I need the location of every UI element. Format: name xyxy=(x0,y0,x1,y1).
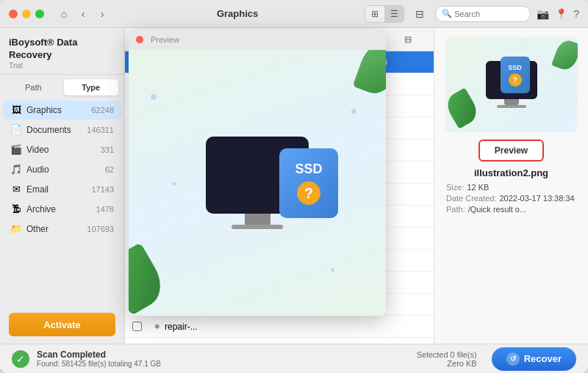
camera-button[interactable]: 📷 xyxy=(537,8,549,20)
window-title: Graphics xyxy=(116,8,359,19)
sidebar-item-other[interactable]: 📁 Other 107693 xyxy=(3,220,121,239)
search-icon: 🔍 xyxy=(442,9,452,18)
big-ssd-icon: SSD ? xyxy=(279,148,338,218)
statusbar: ✓ Scan Completed Found: 581425 file(s) t… xyxy=(0,344,588,373)
close-button[interactable] xyxy=(9,10,18,18)
big-monitor-base xyxy=(232,225,283,229)
email-icon: ✉ xyxy=(10,184,22,195)
date-value: 2022-03-17 13:38:34 xyxy=(499,194,574,203)
sidebar-item-graphics[interactable]: 🖼 Graphics 62248 xyxy=(3,101,121,120)
meta-date-row: Date Created: 2022-03-17 13:38:34 xyxy=(446,194,576,203)
trial-badge: Trial xyxy=(9,62,115,70)
sidebar-label-audio: Audio xyxy=(26,164,101,175)
main-window: ⌂ ‹ › Graphics ⊞ ☰ ⊟ 🔍 📷 📍 ? iBoysoft® D… xyxy=(0,0,588,373)
sidebar-tab-row: Path Type xyxy=(0,75,124,100)
overlay-content: SSD ? xyxy=(129,50,386,316)
sidebar-item-archive[interactable]: 🗜 Archive 1478 xyxy=(3,200,121,219)
sidebar-label-video: Video xyxy=(26,145,96,155)
ssd-icon: SSD ? xyxy=(501,57,530,93)
grid-view-button[interactable]: ⊞ xyxy=(365,6,384,22)
big-leaf-right xyxy=(353,50,386,98)
recover-label: Recover xyxy=(524,353,562,364)
row-checkbox[interactable] xyxy=(132,322,150,331)
header-actions: ⊟ xyxy=(404,35,426,45)
monitor-base xyxy=(497,105,526,108)
documents-icon: 📄 xyxy=(10,124,22,136)
recover-icon: ↺ xyxy=(506,352,520,366)
file-name: repair-... xyxy=(165,322,254,332)
column-settings-icon[interactable]: ⊟ xyxy=(404,35,412,45)
overlay-close-button[interactable] xyxy=(136,36,143,43)
search-input[interactable] xyxy=(454,10,524,18)
sidebar-count-email: 17143 xyxy=(91,185,114,194)
location-button[interactable]: 📍 xyxy=(555,8,567,20)
sidebar-count-video: 331 xyxy=(101,145,114,154)
sidebar-label-archive: Archive xyxy=(26,204,92,214)
selected-files-size: Zero KB xyxy=(417,359,477,368)
video-icon: 🎬 xyxy=(10,144,22,156)
dot-decoration xyxy=(331,268,334,272)
help-button[interactable]: ? xyxy=(573,8,579,20)
leaf-decoration-right xyxy=(551,37,578,73)
path-label: Path: xyxy=(446,205,465,214)
ssd-label: SSD xyxy=(508,64,522,71)
preview-filename: illustration2.png xyxy=(474,167,548,178)
preview-button[interactable]: Preview xyxy=(481,142,541,159)
tab-type[interactable]: Type xyxy=(64,79,119,95)
titlebar: ⌂ ‹ › Graphics ⊞ ☰ ⊟ 🔍 📷 📍 ? xyxy=(0,0,588,28)
table-row[interactable]: ✱ repair-... xyxy=(125,316,434,338)
scan-complete-icon: ✓ xyxy=(12,350,29,368)
sidebar-header: iBoysoft® Data Recovery Trial xyxy=(0,28,124,75)
preview-metadata: Size: 12 KB Date Created: 2022-03-17 13:… xyxy=(443,183,579,216)
minimize-button[interactable] xyxy=(22,10,31,18)
graphics-icon: 🖼 xyxy=(10,104,22,116)
list-view-button[interactable]: ☰ xyxy=(384,6,404,22)
overlay-titlebar: Preview xyxy=(129,29,386,50)
sidebar-label-email: Email xyxy=(26,184,87,195)
date-label: Date Created: xyxy=(446,194,496,203)
back-button[interactable]: ‹ xyxy=(75,6,91,22)
big-question-icon: ? xyxy=(297,181,320,205)
sidebar: iBoysoft® Data Recovery Trial Path Type … xyxy=(0,28,125,344)
preview-overlay-popup: Preview SSD ? xyxy=(129,29,386,316)
scan-text-area: Scan Completed Found: 581425 file(s) tot… xyxy=(37,350,409,368)
sidebar-item-audio[interactable]: 🎵 Audio 62 xyxy=(3,160,121,179)
nav-buttons: ⌂ ‹ › xyxy=(56,6,110,22)
app-name: iBoysoft® Data Recovery xyxy=(9,37,115,62)
sidebar-item-documents[interactable]: 📄 Documents 146311 xyxy=(3,120,121,140)
fullscreen-button[interactable] xyxy=(35,10,44,18)
sidebar-item-video[interactable]: 🎬 Video 331 xyxy=(3,140,121,159)
sidebar-count-graphics: 62248 xyxy=(91,106,114,115)
sidebar-label-other: Other xyxy=(26,224,82,234)
size-label: Size: xyxy=(446,183,464,192)
preview-panel: SSD ? Preview illustration2.png Size: 12… xyxy=(434,28,588,344)
monitor-stand xyxy=(504,99,519,105)
tab-path[interactable]: Path xyxy=(6,79,61,95)
activate-button[interactable]: Activate xyxy=(9,313,115,336)
sidebar-item-email[interactable]: ✉ Email 17143 xyxy=(3,180,121,199)
big-monitor-stand xyxy=(245,214,270,225)
sidebar-item-list: 🖼 Graphics 62248 📄 Documents 146311 🎬 Vi… xyxy=(0,100,124,305)
meta-path-row: Path: /Quick result o... xyxy=(446,205,576,214)
big-ssd-label: SSD xyxy=(295,162,322,177)
big-leaf-left xyxy=(129,242,170,315)
sidebar-count-other: 107693 xyxy=(87,225,114,233)
selected-info: Selected 0 file(s) Zero KB xyxy=(417,350,477,368)
home-button[interactable]: ⌂ xyxy=(56,6,72,22)
filter-button[interactable]: ⊟ xyxy=(410,6,429,22)
dot-decoration xyxy=(173,182,176,186)
audio-icon: 🎵 xyxy=(10,164,22,175)
table-row[interactable]: ✱ repair-... xyxy=(125,338,434,344)
monitor-illustration: SSD ? xyxy=(486,61,537,108)
search-box: 🔍 xyxy=(435,6,531,22)
recover-button[interactable]: ↺ Recover xyxy=(492,347,576,371)
dot-decoration xyxy=(351,109,356,114)
forward-button[interactable]: › xyxy=(94,6,110,22)
sidebar-count-archive: 1478 xyxy=(96,205,114,214)
sidebar-count-audio: 62 xyxy=(105,165,114,174)
big-monitor-illustration: SSD ? xyxy=(206,137,309,229)
sidebar-label-documents: Documents xyxy=(26,125,82,135)
archive-icon: 🗜 xyxy=(10,203,22,215)
sidebar-activate: Activate xyxy=(0,305,124,344)
size-value: 12 KB xyxy=(467,183,489,192)
